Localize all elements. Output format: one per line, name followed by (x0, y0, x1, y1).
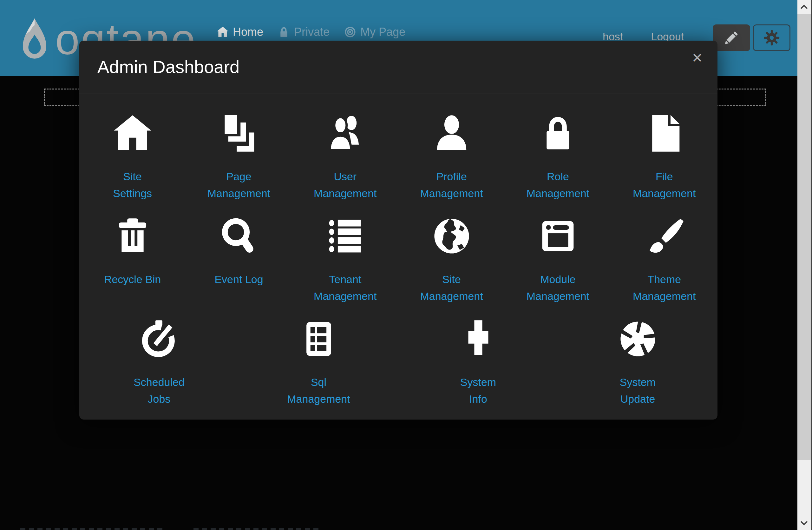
scrollbar-thumb[interactable] (797, 14, 811, 460)
home-icon (113, 112, 153, 154)
tile-system-update[interactable]: SystemUpdate (558, 318, 717, 407)
browser-icon (538, 215, 578, 257)
home-icon (217, 26, 229, 38)
timer-icon (139, 318, 179, 360)
admin-dashboard-modal: Admin Dashboard ✕ SiteSettingsPageManage… (79, 41, 717, 419)
magnifier-icon (219, 215, 259, 257)
nav-label: Home (233, 25, 263, 39)
clipped-bottom-content (20, 528, 164, 530)
tile-tenant-management[interactable]: TenantManagement (292, 215, 398, 305)
tile-label: Event Log (214, 271, 263, 288)
tile-label: SiteSettings (113, 168, 152, 202)
tile-site-settings[interactable]: SiteSettings (79, 112, 186, 202)
person-icon (432, 112, 472, 154)
nav-item-home[interactable]: Home (217, 25, 263, 39)
medical-cross-icon (458, 318, 498, 360)
lock-icon (278, 26, 290, 38)
aperture-icon (618, 318, 658, 360)
tile-role-management[interactable]: RoleManagement (505, 112, 611, 202)
screen: oqtane HomePrivateMy Page hostLogout (0, 0, 812, 530)
tile-row-3: ScheduledJobsSqlManagementSystemInfoSyst… (79, 318, 717, 407)
tile-label: UserManagement (314, 168, 377, 202)
tile-label: ModuleManagement (526, 271, 589, 305)
tile-label: SystemInfo (460, 374, 496, 407)
tile-label: ProfileManagement (420, 168, 483, 202)
tile-label: FileManagement (633, 168, 696, 202)
nav-item-private[interactable]: Private (278, 25, 330, 39)
nav-label: Private (294, 25, 330, 39)
layers-icon (219, 112, 259, 154)
nav-item-my-page[interactable]: My Page (344, 25, 405, 39)
tile-row-2: Recycle BinEvent LogTenantManagementSite… (79, 215, 717, 305)
gear-icon (763, 29, 781, 47)
lock-icon (538, 112, 578, 154)
tile-system-info[interactable]: SystemInfo (398, 318, 558, 407)
file-icon (644, 112, 684, 154)
tile-label: RoleManagement (526, 168, 589, 202)
tile-page-management[interactable]: PageManagement (186, 112, 292, 202)
window-edge (811, 0, 812, 530)
tile-module-management[interactable]: ModuleManagement (505, 215, 611, 305)
control-panel-button[interactable] (753, 25, 791, 51)
spreadsheet-icon (299, 318, 339, 360)
droplet-icon (19, 18, 50, 67)
tile-event-log[interactable]: Event Log (186, 215, 292, 305)
modal-body: SiteSettingsPageManagementUserManagement… (79, 94, 717, 407)
tile-profile-management[interactable]: ProfileManagement (398, 112, 505, 202)
tile-site-management[interactable]: SiteManagement (398, 215, 505, 305)
brush-icon (644, 215, 684, 257)
tile-label: ThemeManagement (633, 271, 696, 305)
tile-recycle-bin[interactable]: Recycle Bin (79, 215, 186, 305)
clipped-bottom-content (193, 528, 320, 530)
close-icon[interactable]: ✕ (692, 52, 703, 65)
tile-label: Recycle Bin (104, 271, 161, 288)
tile-sql-management[interactable]: SqlManagement (239, 318, 398, 407)
chevron-up-icon (800, 4, 809, 10)
list-icon (325, 215, 365, 257)
tile-file-management[interactable]: FileManagement (611, 112, 717, 202)
main-nav: HomePrivateMy Page (217, 25, 405, 39)
scroll-up-button[interactable] (797, 0, 811, 14)
tile-label: SystemUpdate (620, 374, 656, 407)
tile-label: SqlManagement (287, 374, 350, 407)
tile-theme-management[interactable]: ThemeManagement (611, 215, 717, 305)
tile-label: ScheduledJobs (133, 374, 185, 407)
tile-label: PageManagement (207, 168, 270, 202)
trash-icon (113, 215, 153, 257)
vertical-scrollbar (797, 0, 811, 530)
tile-row-1: SiteSettingsPageManagementUserManagement… (79, 112, 717, 202)
tile-user-management[interactable]: UserManagement (292, 112, 398, 202)
tile-scheduled-jobs[interactable]: ScheduledJobs (79, 318, 239, 407)
bullseye-icon (344, 26, 356, 38)
modal-title: Admin Dashboard (97, 41, 240, 93)
nav-label: My Page (360, 25, 405, 39)
scroll-down-button[interactable] (797, 516, 811, 530)
edit-mode-button[interactable] (713, 25, 750, 51)
modal-header: Admin Dashboard ✕ (79, 41, 717, 94)
globe-icon (432, 215, 472, 257)
tile-label: SiteManagement (420, 271, 483, 305)
pencil-icon (723, 29, 740, 47)
chevron-down-icon (800, 520, 809, 526)
people-icon (325, 112, 365, 154)
tile-label: TenantManagement (314, 271, 377, 305)
